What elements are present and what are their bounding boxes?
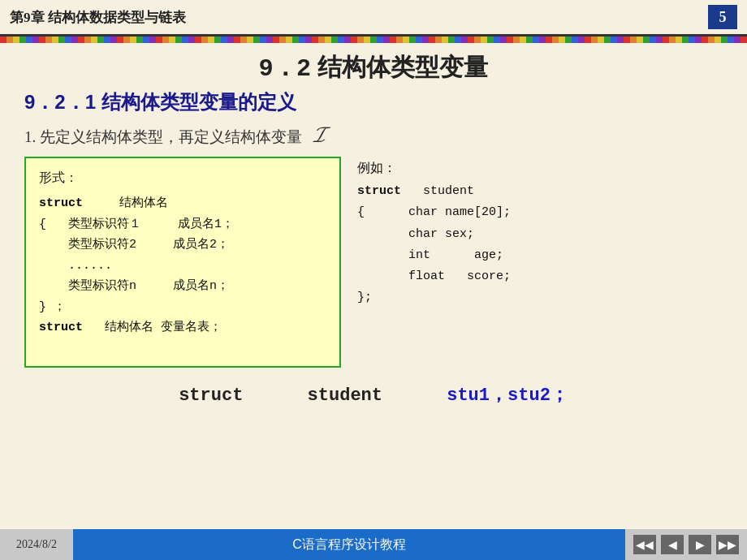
nav-first-button[interactable]: ◀◀ [633, 535, 656, 554]
rainbow-bar [0, 37, 747, 43]
header-title: 第9章 结构体数据类型与链表 [10, 8, 186, 27]
section-title: 9．2．1 结构体类型变量的定义 [24, 89, 723, 115]
decorative-icon: 𝓘 [313, 122, 326, 147]
nav-next-button[interactable]: ▶ [689, 535, 711, 554]
page-badge: 5 [708, 5, 737, 29]
header: 第9章 结构体数据类型与链表 5 [0, 0, 747, 37]
var-names: stu1，stu2； [447, 386, 568, 406]
footer-date: 2024/8/2 [0, 529, 73, 560]
columns-layout: 形式： struct 结构体名 { 类型标识符１ 成员名1； 类型标识符2 成员… [24, 157, 723, 368]
struct-keyword: struct [179, 386, 243, 406]
example-code: struct student { char name[20]; char sex… [357, 181, 723, 309]
slide-title: 9．2 结构体类型变量 [24, 51, 723, 84]
bottom-declaration: struct student stu1，stu2； [24, 382, 723, 407]
main-content: 9．2 结构体类型变量 9．2．1 结构体类型变量的定义 1. 先定义结构体类型… [0, 43, 747, 407]
footer-title: C语言程序设计教程 [73, 529, 625, 560]
syntax-box: 形式： struct 结构体名 { 类型标识符１ 成员名1； 类型标识符2 成员… [24, 157, 341, 368]
syntax-code: struct 结构体名 { 类型标识符１ 成员名1； 类型标识符2 成员名2； … [39, 193, 326, 338]
nav-prev-button[interactable]: ◀ [661, 535, 684, 554]
sub-title: 1. 先定义结构体类型，再定义结构体变量 𝓘 [24, 122, 723, 149]
footer-nav: ◀◀ ◀ ▶ ▶▶ [625, 529, 747, 560]
form-label: 形式： [39, 168, 326, 190]
student-keyword: student [308, 386, 382, 406]
nav-last-button[interactable]: ▶▶ [716, 535, 739, 554]
example-col: 例如： struct student { char name[20]; char… [357, 157, 723, 368]
footer: 2024/8/2 C语言程序设计教程 ◀◀ ◀ ▶ ▶▶ [0, 529, 747, 560]
example-label: 例如： [357, 157, 723, 179]
